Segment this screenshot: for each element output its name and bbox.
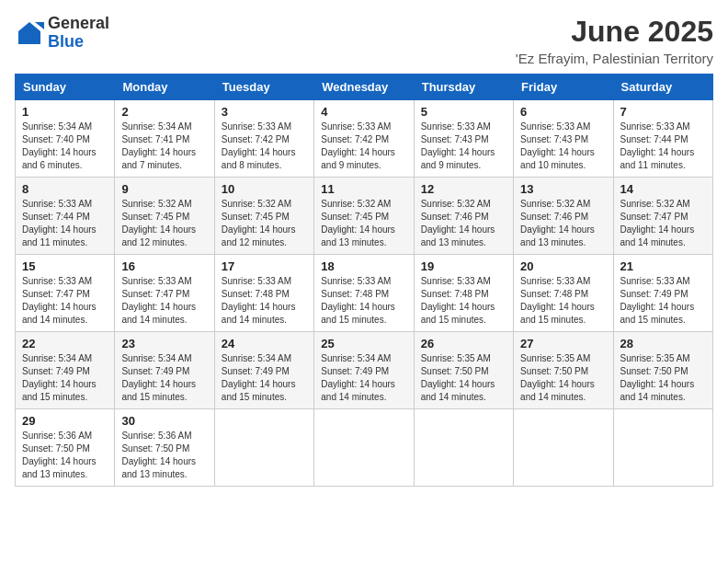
day-cell-6: 6Sunrise: 5:33 AMSunset: 7:43 PMDaylight… — [514, 100, 613, 178]
day-info: Sunrise: 5:33 AMSunset: 7:44 PMDaylight:… — [620, 121, 706, 172]
week-row-4: 22Sunrise: 5:34 AMSunset: 7:49 PMDayligh… — [16, 332, 713, 409]
calendar-table: SundayMondayTuesdayWednesdayThursdayFrid… — [15, 74, 713, 487]
header-row: SundayMondayTuesdayWednesdayThursdayFrid… — [16, 75, 713, 100]
day-number: 20 — [520, 259, 606, 273]
day-info: Sunrise: 5:33 AMSunset: 7:48 PMDaylight:… — [421, 275, 506, 327]
week-row-5: 29Sunrise: 5:36 AMSunset: 7:50 PMDayligh… — [16, 409, 713, 487]
day-info: Sunrise: 5:32 AMSunset: 7:47 PMDaylight:… — [620, 198, 706, 249]
day-number: 10 — [222, 182, 307, 196]
day-number: 17 — [222, 259, 307, 273]
day-cell-8: 8Sunrise: 5:33 AMSunset: 7:44 PMDaylight… — [16, 178, 115, 255]
day-info: Sunrise: 5:32 AMSunset: 7:46 PMDaylight:… — [421, 198, 506, 249]
day-number: 15 — [22, 259, 108, 273]
day-number: 5 — [421, 105, 506, 119]
day-cell-7: 7Sunrise: 5:33 AMSunset: 7:44 PMDaylight… — [613, 100, 712, 178]
day-info: Sunrise: 5:32 AMSunset: 7:45 PMDaylight:… — [121, 198, 207, 249]
day-number: 28 — [620, 337, 706, 350]
day-cell-11: 11Sunrise: 5:32 AMSunset: 7:45 PMDayligh… — [314, 178, 414, 255]
day-cell-25: 25Sunrise: 5:34 AMSunset: 7:49 PMDayligh… — [314, 332, 414, 409]
day-info: Sunrise: 5:35 AMSunset: 7:50 PMDaylight:… — [421, 352, 506, 404]
day-number: 14 — [620, 182, 706, 196]
day-number: 3 — [222, 105, 307, 119]
day-info: Sunrise: 5:33 AMSunset: 7:47 PMDaylight:… — [121, 275, 207, 327]
day-number: 27 — [520, 337, 606, 350]
header: General Blue June 2025 'Ez Efrayim, Pale… — [15, 15, 713, 66]
day-cell-15: 15Sunrise: 5:33 AMSunset: 7:47 PMDayligh… — [16, 255, 115, 332]
day-cell-10: 10Sunrise: 5:32 AMSunset: 7:45 PMDayligh… — [214, 178, 313, 255]
logo-icon — [15, 18, 44, 48]
day-number: 22 — [22, 337, 108, 350]
day-cell-4: 4Sunrise: 5:33 AMSunset: 7:42 PMDaylight… — [314, 100, 414, 178]
day-info: Sunrise: 5:34 AMSunset: 7:49 PMDaylight:… — [222, 352, 307, 404]
day-info: Sunrise: 5:32 AMSunset: 7:45 PMDaylight:… — [222, 198, 307, 249]
day-cell-12: 12Sunrise: 5:32 AMSunset: 7:46 PMDayligh… — [414, 178, 513, 255]
empty-cell — [613, 409, 712, 487]
day-number: 11 — [321, 182, 406, 196]
title-area: June 2025 'Ez Efrayim, Palestinian Terri… — [516, 15, 713, 66]
day-info: Sunrise: 5:33 AMSunset: 7:43 PMDaylight:… — [421, 121, 506, 172]
day-info: Sunrise: 5:36 AMSunset: 7:50 PMDaylight:… — [22, 430, 108, 481]
empty-cell — [414, 409, 513, 487]
day-info: Sunrise: 5:34 AMSunset: 7:49 PMDaylight:… — [22, 352, 108, 404]
day-number: 19 — [421, 259, 506, 273]
day-number: 24 — [222, 337, 307, 350]
day-number: 12 — [421, 182, 506, 196]
day-info: Sunrise: 5:36 AMSunset: 7:50 PMDaylight:… — [121, 430, 207, 481]
day-cell-19: 19Sunrise: 5:33 AMSunset: 7:48 PMDayligh… — [414, 255, 513, 332]
day-cell-27: 27Sunrise: 5:35 AMSunset: 7:50 PMDayligh… — [514, 332, 613, 409]
day-cell-2: 2Sunrise: 5:34 AMSunset: 7:41 PMDaylight… — [115, 100, 214, 178]
day-info: Sunrise: 5:34 AMSunset: 7:49 PMDaylight:… — [321, 352, 406, 404]
day-info: Sunrise: 5:35 AMSunset: 7:50 PMDaylight:… — [620, 352, 706, 404]
day-number: 4 — [321, 105, 406, 119]
calendar-title: June 2025 — [516, 15, 713, 49]
day-number: 2 — [121, 105, 207, 119]
header-cell-monday: Monday — [115, 75, 214, 100]
header-cell-wednesday: Wednesday — [314, 75, 414, 100]
day-number: 29 — [22, 414, 108, 428]
empty-cell — [314, 409, 414, 487]
day-info: Sunrise: 5:33 AMSunset: 7:47 PMDaylight:… — [22, 275, 108, 327]
day-cell-9: 9Sunrise: 5:32 AMSunset: 7:45 PMDaylight… — [115, 178, 214, 255]
logo-blue: Blue — [48, 33, 109, 52]
day-number: 16 — [121, 259, 207, 273]
day-info: Sunrise: 5:33 AMSunset: 7:48 PMDaylight:… — [222, 275, 307, 327]
day-cell-16: 16Sunrise: 5:33 AMSunset: 7:47 PMDayligh… — [115, 255, 214, 332]
day-cell-13: 13Sunrise: 5:32 AMSunset: 7:46 PMDayligh… — [514, 178, 613, 255]
week-row-3: 15Sunrise: 5:33 AMSunset: 7:47 PMDayligh… — [16, 255, 713, 332]
day-info: Sunrise: 5:32 AMSunset: 7:45 PMDaylight:… — [321, 198, 406, 249]
day-number: 23 — [121, 337, 207, 350]
day-cell-18: 18Sunrise: 5:33 AMSunset: 7:48 PMDayligh… — [314, 255, 414, 332]
day-number: 25 — [321, 337, 406, 350]
logo-general: General — [48, 15, 109, 33]
logo-text: General Blue — [48, 15, 109, 52]
logo: General Blue — [15, 15, 109, 52]
day-info: Sunrise: 5:34 AMSunset: 7:49 PMDaylight:… — [121, 352, 207, 404]
header-cell-thursday: Thursday — [414, 75, 513, 100]
day-number: 30 — [121, 414, 207, 428]
day-number: 18 — [321, 259, 406, 273]
day-info: Sunrise: 5:35 AMSunset: 7:50 PMDaylight:… — [520, 352, 606, 404]
day-cell-5: 5Sunrise: 5:33 AMSunset: 7:43 PMDaylight… — [414, 100, 513, 178]
day-info: Sunrise: 5:34 AMSunset: 7:40 PMDaylight:… — [22, 121, 108, 172]
day-cell-23: 23Sunrise: 5:34 AMSunset: 7:49 PMDayligh… — [115, 332, 214, 409]
day-cell-21: 21Sunrise: 5:33 AMSunset: 7:49 PMDayligh… — [613, 255, 712, 332]
day-cell-14: 14Sunrise: 5:32 AMSunset: 7:47 PMDayligh… — [613, 178, 712, 255]
day-cell-17: 17Sunrise: 5:33 AMSunset: 7:48 PMDayligh… — [214, 255, 313, 332]
day-cell-28: 28Sunrise: 5:35 AMSunset: 7:50 PMDayligh… — [613, 332, 712, 409]
day-number: 6 — [520, 105, 606, 119]
day-info: Sunrise: 5:33 AMSunset: 7:48 PMDaylight:… — [520, 275, 606, 327]
day-info: Sunrise: 5:33 AMSunset: 7:42 PMDaylight:… — [222, 121, 307, 172]
header-cell-tuesday: Tuesday — [214, 75, 313, 100]
day-cell-20: 20Sunrise: 5:33 AMSunset: 7:48 PMDayligh… — [514, 255, 613, 332]
day-cell-3: 3Sunrise: 5:33 AMSunset: 7:42 PMDaylight… — [214, 100, 313, 178]
day-cell-22: 22Sunrise: 5:34 AMSunset: 7:49 PMDayligh… — [16, 332, 115, 409]
day-number: 21 — [620, 259, 706, 273]
empty-cell — [214, 409, 313, 487]
day-cell-1: 1Sunrise: 5:34 AMSunset: 7:40 PMDaylight… — [16, 100, 115, 178]
day-cell-26: 26Sunrise: 5:35 AMSunset: 7:50 PMDayligh… — [414, 332, 513, 409]
day-info: Sunrise: 5:33 AMSunset: 7:43 PMDaylight:… — [520, 121, 606, 172]
day-number: 26 — [421, 337, 506, 350]
day-cell-30: 30Sunrise: 5:36 AMSunset: 7:50 PMDayligh… — [115, 409, 214, 487]
day-info: Sunrise: 5:33 AMSunset: 7:49 PMDaylight:… — [620, 275, 706, 327]
day-info: Sunrise: 5:34 AMSunset: 7:41 PMDaylight:… — [121, 121, 207, 172]
